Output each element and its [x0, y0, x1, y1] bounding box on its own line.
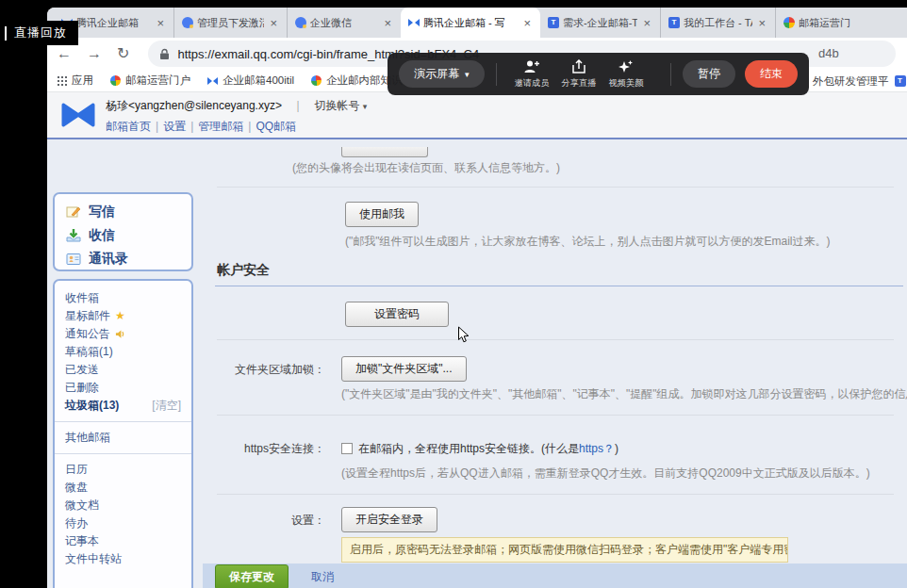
tab-close-icon[interactable]: × [756, 16, 767, 30]
save-button[interactable]: 保存更改 [215, 564, 289, 588]
folder-announcements[interactable]: 通知公告 [65, 325, 181, 343]
folder-drafts[interactable]: 草稿箱(1) [65, 343, 181, 361]
exmail-favicon [207, 75, 218, 86]
switch-account-link[interactable]: 切换帐号 [314, 99, 359, 112]
mouse-cursor [457, 326, 470, 344]
tab-close-icon[interactable]: × [268, 16, 279, 30]
compose-button[interactable]: 写信 [66, 200, 191, 223]
end-button[interactable]: 结束 [745, 60, 798, 88]
apps-grid-icon [57, 75, 67, 86]
pause-button[interactable]: 暂停 [683, 60, 735, 88]
contacts-icon [66, 252, 81, 267]
app-notes[interactable]: 记事本 [65, 532, 181, 550]
divider [217, 494, 894, 495]
app-calendar[interactable]: 日历 [65, 461, 181, 479]
tab-tapd-requirement[interactable]: T 需求-企业邮箱-TA × [540, 8, 661, 38]
star-icon: ★ [115, 307, 125, 325]
app-file-transfer[interactable]: 文件中转站 [65, 550, 181, 568]
tab-title: 腾讯企业邮箱 [76, 16, 151, 30]
folder-inbox[interactable]: 收件箱 [65, 289, 181, 307]
bookmark-mail-portal[interactable]: 邮箱运营门户 [110, 74, 190, 88]
replay-label: 直播回放 [14, 24, 67, 41]
folder-lock-button[interactable]: 加锁"文件夹区域"... [341, 356, 467, 382]
folder-lock-label: 文件夹区域加锁： [203, 362, 325, 378]
folder-spam[interactable]: 垃圾箱(13)[清空] [65, 397, 181, 415]
chevron-down-icon[interactable]: ▾ [363, 102, 368, 111]
app-weidrive[interactable]: 微盘 [65, 479, 181, 497]
tapd-favicon: T [548, 17, 559, 28]
exmail-favicon [408, 17, 420, 28]
https-checkbox-text: 在邮箱内，全程使用https安全链接。 [358, 442, 541, 455]
mail-header: 杨珍<yangzhen@silenceyang.xyz> ｜ 切换帐号 ▾ 邮箱… [47, 92, 907, 138]
pause-label: 暂停 [698, 66, 720, 82]
folder-starred[interactable]: 星标邮件★ [65, 307, 181, 325]
video-beauty-button[interactable]: 视频美颜 [602, 59, 650, 90]
empty-spam-link[interactable]: [清空] [152, 397, 181, 415]
exmail-page: 杨珍<yangzhen@silenceyang.xyz> ｜ 切换帐号 ▾ 邮箱… [47, 92, 907, 588]
reload-icon[interactable]: ↻ [117, 46, 129, 61]
divider: | [248, 120, 251, 133]
separator: ｜ [292, 99, 304, 112]
set-password-button[interactable]: 设置密码 [345, 302, 449, 327]
divider [217, 187, 894, 188]
tab-close-icon[interactable]: × [155, 16, 166, 30]
forward-icon[interactable]: → [87, 46, 102, 61]
tab-title: 需求-企业邮箱-TA [563, 16, 637, 30]
folder-lock-note: ("文件夹区域"是由"我的文件夹"、"其他邮箱"、"记事本"、"提醒"组成。加锁… [341, 386, 907, 402]
folder-sent[interactable]: 已发送 [65, 361, 181, 379]
cancel-link[interactable]: 取消 [311, 569, 334, 585]
bookmark-outsourcing[interactable]: 外包研发管理平 T [813, 70, 906, 92]
divider [496, 63, 497, 86]
https-question-pre: (什么是 [541, 442, 579, 455]
divider [670, 63, 671, 86]
tab-close-icon[interactable]: × [521, 16, 533, 30]
chevron-down-icon: ▾ [465, 70, 470, 79]
https-checkbox[interactable] [341, 443, 353, 454]
invite-member-button[interactable]: 邀请成员 [508, 59, 555, 90]
tab-mail-portal[interactable]: 邮箱运营门 [776, 8, 863, 38]
tab-close-icon[interactable]: × [641, 16, 652, 30]
what-is-https-link[interactable]: https？ [579, 442, 615, 455]
tab-tapd-workbench[interactable]: T 我的工作台 - TAP × [661, 8, 776, 38]
app-label: 微文档 [65, 497, 99, 514]
folder-deleted[interactable]: 已删除 [65, 379, 181, 397]
tab-activation-code[interactable]: 管理员下发激活码 × [174, 8, 288, 38]
nav-link-qqmail[interactable]: QQ邮箱 [256, 120, 296, 133]
nav-link-settings[interactable]: 设置 [163, 120, 186, 133]
folder-label: 星标邮件 [65, 307, 110, 325]
tab-close-icon[interactable]: × [382, 16, 393, 30]
app-label: 日历 [65, 461, 88, 479]
tapd-favicon: T [895, 75, 906, 87]
bottom-action-bar: 保存更改 取消 [203, 564, 907, 588]
compose-icon [66, 204, 81, 220]
tab-wecom[interactable]: 企业微信 × [288, 8, 401, 38]
https-checkbox-row: 在邮箱内，全程使用https安全链接。(什么是https？) [341, 439, 618, 457]
replay-bar [5, 26, 7, 41]
app-todo[interactable]: 待办 [65, 514, 181, 532]
contacts-button[interactable]: 通讯录 [66, 247, 191, 270]
receive-button[interactable]: 收信 [66, 223, 191, 247]
app-weidocs[interactable]: 微文档 [65, 497, 181, 514]
divider: | [156, 120, 158, 133]
contacts-label: 通讯录 [89, 251, 128, 268]
tab-exmail-active[interactable]: 腾讯企业邮箱 - 写 × [401, 8, 540, 38]
nav-link-mail-home[interactable]: 邮箱首页 [106, 120, 151, 133]
secure-login-button[interactable]: 开启安全登录 [341, 507, 437, 532]
folder-label: 已发送 [65, 361, 99, 379]
bookmark-exmail-400[interactable]: 企业邮箱400itil [207, 74, 294, 88]
share-live-button[interactable]: 分享直播 [555, 59, 602, 90]
folder-label: 通知公告 [65, 325, 110, 343]
mailme-button[interactable]: 使用邮我 [345, 202, 419, 227]
bookmark-apps[interactable]: 应用 [57, 74, 93, 88]
back-icon[interactable]: ← [57, 46, 72, 61]
present-screen-button[interactable]: 演示屏幕 ▾ [399, 60, 485, 88]
invite-member-label: 邀请成员 [514, 76, 549, 89]
secure-login-notice: 启用后，原密码无法登录邮箱；网页版需使用微信扫码登录；客户端需使用"客户端专用密… [341, 537, 788, 563]
nav-link-manage-mail[interactable]: 管理邮箱 [198, 120, 243, 133]
portal-favicon [110, 75, 121, 86]
avatar-button-partial[interactable] [341, 147, 428, 157]
folder-other-mailboxes[interactable]: 其他邮箱 [65, 429, 181, 447]
video-beauty-icon [618, 59, 634, 74]
bookmark-label: 邮箱运营门户 [125, 74, 190, 88]
mailme-note: ("邮我"组件可以生成图片，让大家放在博客、论坛上，别人点击图片就可以方便的发E… [345, 234, 831, 250]
